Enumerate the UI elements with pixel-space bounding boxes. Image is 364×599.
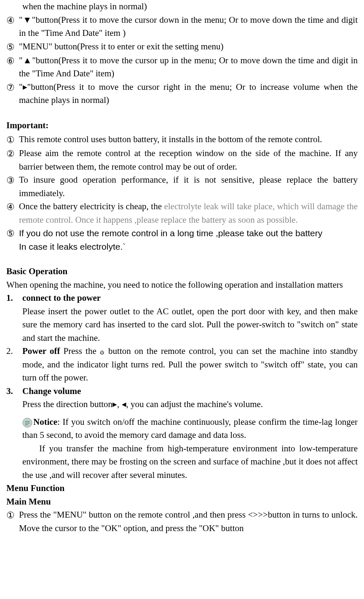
item-content: connect to the powerPlease insert the po… [22,291,358,345]
list-item: ⑤If you do not use the remote control in… [6,227,358,253]
list-item: ⑥"▲"button(Press it to move the cursor u… [6,54,358,81]
list-item: ②Please aim the remote control at the re… [6,147,358,173]
list-item: ④"▼"button(Press it to move the cursor d… [6,13,358,40]
notice-block: Notice: If you switch on/off the machine… [22,416,358,442]
item-number: ⑦ [6,81,19,94]
svg-rect-3 [25,424,28,425]
item-text: If you do not use the remote control in … [19,227,358,253]
notice-label: Notice [33,417,57,427]
notice-icon [22,417,33,427]
main-menu-heading: Main Menu [6,495,358,509]
item-number: ⑤ [6,227,19,240]
numbered-item: 1.connect to the powerPlease insert the … [6,291,358,345]
item-text: "▸"button(Press it to move the cursor ri… [19,81,358,107]
temperature-paragraph: If you transfer the machine from high-te… [22,442,358,482]
item-number: ④ [6,200,19,214]
item-content: Change volumePress the direction button▸… [22,385,358,411]
item-number: 3. [6,385,22,398]
continuation-line: when the machine plays in normal) [22,0,358,13]
menu-function-heading: Menu Function [6,482,358,495]
item-number: ② [6,147,19,161]
item-text: Once the battery electricity is cheap, t… [19,200,358,227]
item-number: 2. [6,345,22,358]
item-number: ③ [6,173,19,187]
notice-text: : If you switch on/off the machine conti… [22,417,358,440]
item-text: "MENU" button(Press it to enter or exit … [19,40,358,54]
item-number: ⑤ [6,40,19,54]
item-number: ① [6,133,19,147]
list-item: ④Once the battery electricity is cheap, … [6,200,358,227]
list-item: ①This remote control uses button battery… [6,133,358,147]
svg-rect-2 [25,423,30,424]
item-content: Power off Press the ⏻ button on the remo… [22,345,358,385]
item-text: "▼"button(Press it to move the cursor do… [19,13,358,40]
item-number: ⑥ [6,54,19,68]
item-text: Please aim the remote control at the rec… [19,147,358,173]
basic-operation-heading: Basic Operation [6,265,358,278]
list-item: ③To insure good operation performance, i… [6,173,358,200]
power-icon: ⏻ [100,349,105,354]
item-number: 1. [6,291,22,305]
list-item: ⑤"MENU" button(Press it to enter or exit… [6,40,358,54]
item-text: This remote control uses button battery,… [19,133,358,146]
item-text: Press the "MENU" button on the remote co… [19,508,358,535]
item-text: To insure good operation performance, if… [19,173,358,200]
important-heading: Important: [6,119,358,132]
list-item: ①Press the "MENU" button on the remote c… [6,508,358,535]
basic-operation-intro: When opening the machine, you need to no… [6,278,358,292]
item-text: "▲"button(Press it to move the cursor up… [19,54,358,81]
numbered-item: 3.Change volumePress the direction butto… [6,385,358,411]
list-item: ⑦"▸"button(Press it to move the cursor r… [6,81,358,107]
item-number: ④ [6,13,19,27]
numbered-item: 2.Power off Press the ⏻ button on the re… [6,345,358,385]
svg-rect-1 [25,421,30,422]
item-number: ① [6,508,19,522]
